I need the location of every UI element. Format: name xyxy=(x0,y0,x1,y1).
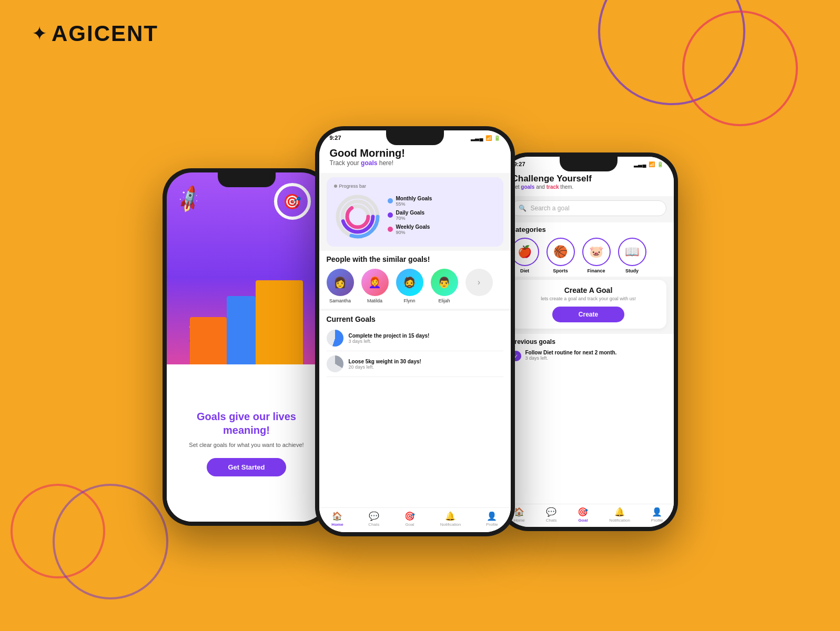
study-circle: 📖 xyxy=(618,238,646,266)
goal-progress-icon-2 xyxy=(327,355,343,372)
left-illustration: 🚀 🎯 🏃 xyxy=(167,172,327,364)
right-profile-icon: 👤 xyxy=(652,507,662,517)
legend-label-daily: Daily Goals xyxy=(396,210,424,216)
right-wifi-icon: 📶 xyxy=(649,161,655,167)
person-samantha: 👩 Samantha xyxy=(327,269,354,303)
center-subheading: Track your goals here! xyxy=(330,159,500,167)
center-screen-content: 9:27 ▂▃▄ 📶 🔋 Good Morning! Track your go… xyxy=(319,130,511,532)
goal-text-2: Loose 5kg weight in 30 days! xyxy=(349,359,421,364)
progress-card: Progress bar xyxy=(327,177,503,247)
right-nav-label-profile: Profile xyxy=(651,518,663,523)
category-sports[interactable]: 🏀 Sports xyxy=(546,238,575,273)
categories-section: Categories 🍎 Diet 🏀 Sports 🐷 Finance xyxy=(503,222,674,277)
categories-title: Categories xyxy=(511,226,666,233)
nav-notification[interactable]: 🔔 Notification xyxy=(440,511,461,527)
nav-goal[interactable]: 🎯 Goal xyxy=(404,511,415,527)
phone-left: 🚀 🎯 🏃 Goals give our lives meaning! Set … xyxy=(163,168,331,526)
search-bar[interactable]: 🔍 Search a goal xyxy=(511,200,666,216)
person-more[interactable]: › xyxy=(465,269,493,296)
create-goal-section: Create A Goal lets create a goal and tra… xyxy=(511,280,666,329)
right-nav-notification[interactable]: 🔔 Notification xyxy=(609,507,630,523)
rocket-icon: 🚀 xyxy=(173,184,205,215)
right-track-word: track xyxy=(546,184,559,190)
avatar-matilda: 👩‍🦰 xyxy=(361,269,389,296)
progress-legend: Monthly Goals 55% Daily Goals 70% xyxy=(388,196,496,238)
legend-pct-weekly: 90% xyxy=(396,230,430,235)
create-goal-sub: lets create a goal and track your goal w… xyxy=(517,296,660,301)
right-screen-content: 9:27 ▂▃▄ 📶 🔋 Challenge Yourself Set goal… xyxy=(503,157,674,527)
goal-progress-icon-1 xyxy=(327,330,343,347)
legend-label-weekly: Weekly Goals xyxy=(396,224,430,230)
phone-right-screen: 9:27 ▂▃▄ 📶 🔋 Challenge Yourself Set goal… xyxy=(503,157,674,527)
goal-sub-1: 3 days left. xyxy=(349,339,430,344)
center-status-time: 9:27 xyxy=(330,135,341,141)
center-status-icons: ▂▃▄ 📶 🔋 xyxy=(471,135,500,141)
sports-circle: 🏀 xyxy=(546,238,575,266)
left-text-section: Goals give our lives meaning! Set clear … xyxy=(167,364,327,522)
prev-goal-sub-1: 3 days left. xyxy=(525,355,617,361)
signal-icon: ▂▃▄ xyxy=(471,135,483,141)
right-status-icons: ▂▃▄ 📶 🔋 xyxy=(634,161,663,167)
right-nav-label-goal: Goal xyxy=(579,518,588,523)
get-started-button[interactable]: Get Started xyxy=(207,458,286,476)
phone-center-notch xyxy=(386,130,444,145)
center-greeting: Good Morning! xyxy=(330,147,500,159)
block-blue xyxy=(227,296,256,364)
home-icon: 🏠 xyxy=(332,511,342,521)
progress-dot-icon xyxy=(334,185,337,188)
right-nav-home[interactable]: 🏠 Home xyxy=(513,507,524,523)
avatar-flynn: 🧔 xyxy=(396,269,423,296)
right-chats-icon: 💬 xyxy=(546,507,556,517)
donut-svg xyxy=(334,193,381,240)
left-headline: Goals give our lives meaning! xyxy=(177,410,316,437)
goal-text-1: Complete the project in 15 days! xyxy=(349,333,430,339)
right-nav-profile[interactable]: 👤 Profile xyxy=(651,507,663,523)
diet-circle: 🍎 xyxy=(511,238,539,266)
nav-label-home: Home xyxy=(331,522,343,527)
legend-label-monthly: Monthly Goals xyxy=(396,196,432,201)
goals-section-title: Current Goals xyxy=(327,313,503,325)
right-bottom-nav: 🏠 Home 💬 Chats 🎯 Goal 🔔 Notification xyxy=(503,504,674,527)
progress-label: Progress bar xyxy=(334,184,496,189)
profile-icon: 👤 xyxy=(487,511,497,521)
people-row: 👩 Samantha 👩‍🦰 Matilda 🧔 Flynn 👨 xyxy=(327,269,503,303)
right-subtext: Set goals and track them. xyxy=(512,184,665,190)
create-goal-button[interactable]: Create xyxy=(552,307,624,322)
finance-circle: 🐷 xyxy=(582,238,611,266)
right-nav-label-chats: Chats xyxy=(546,518,557,523)
notification-icon: 🔔 xyxy=(445,511,456,521)
nav-chats[interactable]: 💬 Chats xyxy=(368,511,379,527)
goals-section: Current Goals Complete the project in 15… xyxy=(319,311,511,507)
right-nav-goal[interactable]: 🎯 Goal xyxy=(578,507,588,523)
person-elijah: 👨 Elijah xyxy=(431,269,458,303)
category-diet[interactable]: 🍎 Diet xyxy=(511,238,539,273)
nav-label-profile: Profile xyxy=(486,522,498,527)
search-icon: 🔍 xyxy=(519,205,527,212)
category-study[interactable]: 📖 Study xyxy=(618,238,646,273)
donut-chart xyxy=(334,193,381,240)
more-people-button[interactable]: › xyxy=(465,269,493,296)
center-bottom-nav: 🏠 Home 💬 Chats 🎯 Goal 🔔 Notification xyxy=(319,507,511,532)
battery-icon: 🔋 xyxy=(494,135,500,141)
category-finance[interactable]: 🐷 Finance xyxy=(582,238,611,273)
phone-right: 9:27 ▂▃▄ 📶 🔋 Challenge Yourself Set goal… xyxy=(499,152,678,531)
right-nav-chats[interactable]: 💬 Chats xyxy=(546,507,557,523)
nav-label-notification: Notification xyxy=(440,522,461,527)
right-goal-icon: 🎯 xyxy=(578,507,588,517)
people-section: People with the similar goals! 👩 Samanth… xyxy=(319,251,511,309)
legend-monthly: Monthly Goals 55% xyxy=(388,196,496,207)
person-name-flynn: Flynn xyxy=(403,298,415,303)
nav-home[interactable]: 🏠 Home xyxy=(331,511,343,527)
right-status-time: 9:27 xyxy=(514,161,525,167)
nav-profile[interactable]: 👤 Profile xyxy=(486,511,498,527)
nav-label-chats: Chats xyxy=(368,522,379,527)
nav-label-goal: Goal xyxy=(405,522,414,527)
logo-icon: ✦ xyxy=(32,23,47,45)
prev-goal-item-1: ✓ Follow Diet routine for next 2 month. … xyxy=(511,350,666,361)
phone-right-notch xyxy=(560,157,618,171)
avatar-elijah: 👨 xyxy=(431,269,458,296)
phones-wrapper: 🚀 🎯 🏃 Goals give our lives meaning! Set … xyxy=(52,53,788,610)
phone-center-screen: 9:27 ▂▃▄ 📶 🔋 Good Morning! Track your go… xyxy=(319,130,511,532)
person-name-samantha: Samantha xyxy=(329,298,351,303)
legend-weekly: Weekly Goals 90% xyxy=(388,224,496,235)
